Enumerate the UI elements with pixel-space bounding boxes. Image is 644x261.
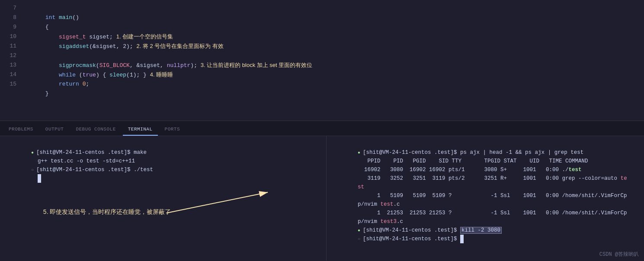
terminal-left[interactable]: ● [shit@VM-24-11-centos .test]$ make g++… <box>0 136 327 261</box>
code-editor: 7 8 9 10 11 12 13 14 15 int main() { sig… <box>0 0 644 121</box>
panel-content: ● [shit@VM-24-11-centos .test]$ make g++… <box>0 136 644 261</box>
tab-debug-console[interactable]: DEBUG CONSOLE <box>70 123 121 136</box>
code-line-7: int main() <box>25 3 644 13</box>
svg-text:5. 即使发送信号，当时程序还在睡觉，被屏蔽了: 5. 即使发送信号，当时程序还在睡觉，被屏蔽了 <box>43 208 171 215</box>
panel-tabs: PROBLEMS OUTPUT DEBUG CONSOLE TERMINAL P… <box>0 121 644 136</box>
term-left-line-1: ● [shit@VM-24-11-centos .test]$ make <box>5 140 321 148</box>
tab-terminal[interactable]: TERMINAL <box>123 123 158 136</box>
line-num-10: 10 <box>0 32 22 41</box>
line-numbers: 7 8 9 10 11 12 13 14 15 <box>0 0 22 121</box>
line-num-15: 15 <box>0 80 22 89</box>
tab-problems[interactable]: PROBLEMS <box>3 123 38 136</box>
term-right-line-1: ● [shit@VM-24-11-centos .test]$ ps ajx |… <box>332 140 639 148</box>
line-num-14: 14 <box>0 70 22 80</box>
code-line-8: { <box>25 13 644 22</box>
svg-line-1 <box>166 192 268 213</box>
panel-area: PROBLEMS OUTPUT DEBUG CONSOLE TERMINAL P… <box>0 121 644 261</box>
line-num-11: 11 <box>0 41 22 51</box>
line-num-9: 9 <box>0 22 22 32</box>
tab-output[interactable]: OUTPUT <box>40 123 69 136</box>
csdn-watermark: CSDN @答辣喲叭 <box>599 251 639 258</box>
code-lines: int main() { sigset_t sigset; 1. 创建一个空的信… <box>22 0 644 121</box>
code-line-15: } <box>25 80 644 89</box>
line-num-7: 7 <box>0 3 22 13</box>
line-num-12: 12 <box>0 51 22 60</box>
kill-command-highlight: kill -2 3080 <box>460 227 502 234</box>
code-line-9: sigset_t sigset; 1. 创建一个空的信号集 <box>25 22 644 32</box>
tab-ports[interactable]: PORTS <box>160 123 186 136</box>
line-num-8: 8 <box>0 13 22 22</box>
line-num-13: 13 <box>0 60 22 70</box>
term-right-line-6: 1 5109 5109 5109 ? -1 Ssl 1001 0:00 /hom… <box>332 183 639 191</box>
terminal-right[interactable]: ● [shit@VM-24-11-centos .test]$ ps ajx |… <box>327 136 644 261</box>
code-line-12: sigprocmask(SIG_BLOCK, &sigset, nullptr)… <box>25 51 644 60</box>
